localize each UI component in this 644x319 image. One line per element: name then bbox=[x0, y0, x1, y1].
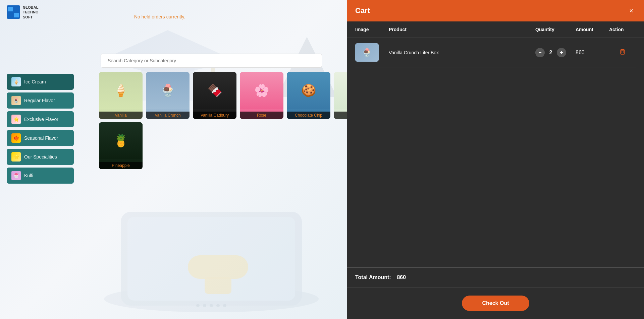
exclusive-flavor-icon: ⭐ bbox=[11, 115, 21, 124]
cart-item-amount: 860 bbox=[576, 50, 609, 56]
product-chocolate-chip[interactable]: 🍪 Chocolate Chip bbox=[287, 72, 330, 119]
cart-items-list: 🍨 Vanilla Crunch Liter Box − 2 + 860 bbox=[347, 38, 644, 267]
search-bar[interactable] bbox=[101, 54, 322, 68]
rose-image: 🌸 bbox=[240, 72, 283, 109]
pineapple-image: 🍍 bbox=[99, 122, 143, 159]
col-quantity: Quantity bbox=[535, 27, 576, 32]
sidebar-label-exclusive-flavor: Exclusive Flavor bbox=[24, 117, 58, 122]
cart-item-image: 🍨 bbox=[355, 43, 379, 62]
sidebar-item-ice-cream[interactable]: 🍦 Ice Cream bbox=[7, 74, 74, 90]
rose-label: Rose bbox=[240, 112, 283, 119]
deco-tablet bbox=[94, 185, 329, 319]
svg-point-11 bbox=[203, 304, 206, 307]
svg-point-13 bbox=[216, 304, 220, 307]
logo-icon bbox=[7, 5, 20, 19]
cart-title: Cart bbox=[355, 6, 370, 15]
sidebar-item-kulfi[interactable]: 🍧 Kulfi bbox=[7, 168, 74, 184]
vanilla-crunch-label: Vanilla Crunch bbox=[146, 112, 190, 119]
sidebar-item-our-specialities[interactable]: ⭐ Our Specialities bbox=[7, 149, 74, 165]
ice-cream-icon: 🍦 bbox=[11, 77, 21, 86]
cart-panel: Cart × Image Product Quantity Amount Act… bbox=[347, 0, 644, 319]
strawberry-label: Straw... bbox=[334, 112, 347, 119]
logo: GLOBALTECHNOSOFT bbox=[7, 5, 38, 19]
product-vanilla-crunch[interactable]: 🍨 Vanilla Crunch bbox=[146, 72, 190, 119]
svg-rect-23 bbox=[621, 50, 625, 54]
sidebar-item-seasonal-flavor[interactable]: 🍁 Seasonal Flavor bbox=[7, 130, 74, 146]
quantity-decrease-button[interactable]: − bbox=[535, 48, 545, 57]
total-label: Total Amount: bbox=[355, 274, 391, 280]
svg-point-14 bbox=[223, 304, 226, 307]
sidebar-label-our-specialities: Our Specialities bbox=[24, 154, 57, 160]
trash-icon bbox=[619, 48, 626, 55]
cart-item-name: Vanilla Crunch Liter Box bbox=[389, 50, 535, 55]
vanilla-cadbury-label: Vanilla Cadbury bbox=[193, 112, 236, 119]
cart-total: Total Amount: 860 bbox=[347, 267, 644, 287]
vanilla-label: Vanilla bbox=[99, 112, 143, 119]
sidebar-item-regular-flavor[interactable]: 🍨 Regular Flavor bbox=[7, 92, 74, 109]
pineapple-label: Pineapple bbox=[99, 162, 143, 169]
col-image: Image bbox=[355, 27, 389, 32]
col-action: Action bbox=[609, 27, 636, 32]
col-amount: Amount bbox=[576, 27, 609, 32]
sidebar-label-regular-flavor: Regular Flavor bbox=[24, 98, 55, 103]
vanilla-crunch-image: 🍨 bbox=[146, 72, 190, 109]
regular-flavor-icon: 🍨 bbox=[11, 96, 21, 105]
quantity-control: − 2 + bbox=[535, 48, 576, 57]
chocolate-chip-image: 🍪 bbox=[287, 72, 330, 109]
sidebar-label-ice-cream: Ice Cream bbox=[24, 79, 46, 84]
logo-text: GLOBALTECHNOSOFT bbox=[23, 5, 38, 19]
held-orders-message: No held orders currently. bbox=[134, 14, 185, 19]
svg-rect-9 bbox=[205, 277, 231, 294]
cart-footer: Check Out bbox=[347, 287, 644, 319]
sidebar-item-exclusive-flavor[interactable]: ⭐ Exclusive Flavor bbox=[7, 111, 74, 127]
product-row-2: 🍍 Pineapple bbox=[99, 122, 347, 169]
cart-header: Cart × bbox=[347, 0, 644, 21]
product-vanilla-cadbury[interactable]: 🍫 Vanilla Cadbury bbox=[193, 72, 236, 119]
main-content: GLOBALTECHNOSOFT No held orders currentl… bbox=[0, 0, 347, 319]
strawberry-image: 🍓 bbox=[334, 72, 347, 109]
svg-rect-19 bbox=[8, 13, 13, 17]
quantity-value: 2 bbox=[547, 50, 554, 56]
sidebar: 🍦 Ice Cream 🍨 Regular Flavor ⭐ Exclusive… bbox=[7, 74, 74, 184]
cart-item-delete-button[interactable] bbox=[609, 48, 636, 57]
product-grid: 🍦 Vanilla 🍨 Vanilla Crunch 🍫 Vanilla Cad… bbox=[99, 72, 347, 173]
our-specialities-icon: ⭐ bbox=[11, 152, 21, 162]
total-amount: 860 bbox=[397, 274, 406, 280]
cart-table-header: Image Product Quantity Amount Action bbox=[347, 21, 644, 38]
product-rose[interactable]: 🌸 Rose bbox=[240, 72, 283, 119]
search-input[interactable] bbox=[101, 54, 322, 68]
quantity-increase-button[interactable]: + bbox=[557, 48, 566, 57]
svg-rect-21 bbox=[621, 49, 624, 50]
product-row-1: 🍦 Vanilla 🍨 Vanilla Crunch 🍫 Vanilla Cad… bbox=[99, 72, 347, 119]
product-strawberry[interactable]: 🍓 Straw... bbox=[334, 72, 347, 119]
chocolate-chip-label: Chocolate Chip bbox=[287, 112, 330, 119]
svg-point-10 bbox=[196, 304, 200, 307]
vanilla-cadbury-image: 🍫 bbox=[193, 72, 236, 109]
kulfi-icon: 🍧 bbox=[11, 171, 21, 180]
svg-rect-17 bbox=[8, 7, 13, 11]
svg-rect-20 bbox=[14, 13, 19, 17]
sidebar-label-kulfi: Kulfi bbox=[24, 173, 33, 178]
cart-item: 🍨 Vanilla Crunch Liter Box − 2 + 860 bbox=[355, 38, 636, 67]
col-product: Product bbox=[389, 27, 535, 32]
svg-rect-18 bbox=[14, 7, 19, 11]
sidebar-label-seasonal-flavor: Seasonal Flavor bbox=[24, 135, 58, 141]
cart-close-button[interactable]: × bbox=[627, 6, 636, 15]
vanilla-image: 🍦 bbox=[99, 72, 143, 109]
product-vanilla[interactable]: 🍦 Vanilla bbox=[99, 72, 143, 119]
seasonal-flavor-icon: 🍁 bbox=[11, 133, 21, 143]
checkout-button[interactable]: Check Out bbox=[462, 296, 529, 311]
svg-rect-8 bbox=[188, 255, 248, 279]
product-pineapple[interactable]: 🍍 Pineapple bbox=[99, 122, 143, 169]
svg-point-12 bbox=[210, 304, 213, 307]
